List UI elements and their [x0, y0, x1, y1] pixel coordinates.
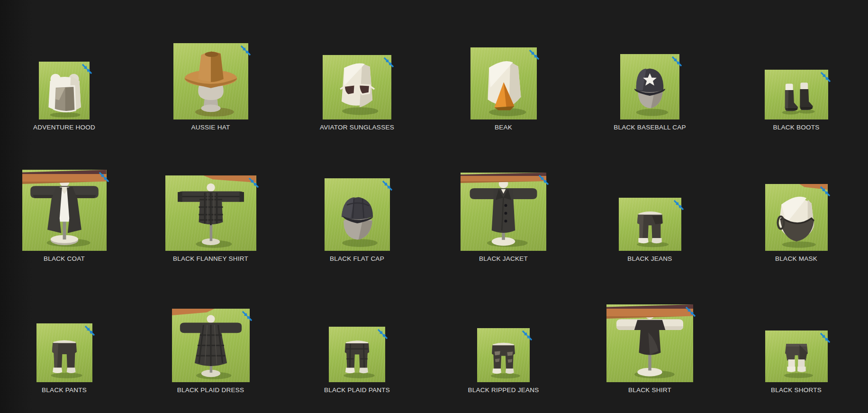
item-label: BLACK BASEBALL CAP [614, 119, 686, 134]
thumbnail[interactable] [765, 184, 828, 251]
thumbnail[interactable] [323, 55, 391, 119]
collapse-arrows-icon[interactable] [382, 56, 395, 69]
item-label: BLACK SHIRT [628, 382, 671, 397]
thumbnail[interactable] [620, 54, 679, 119]
gallery-item: BLACK BOOTS [723, 0, 868, 134]
item-label: BLACK JACKET [479, 251, 528, 266]
collapse-arrows-icon[interactable] [672, 199, 685, 211]
gallery-item: BLACK FLANNEY SHIRT [137, 134, 284, 266]
aussie-hat-art [173, 43, 248, 119]
thumbnail[interactable] [39, 62, 90, 119]
thumbnail[interactable] [477, 328, 530, 382]
black-jacket-art [461, 173, 546, 251]
item-label: BEAK [495, 119, 512, 134]
gallery-item: BLACK BASEBALL CAP [577, 0, 723, 134]
thumbnail[interactable] [765, 70, 828, 119]
collapse-arrows-icon[interactable] [819, 71, 832, 83]
collapse-arrows-icon[interactable] [247, 176, 260, 189]
thumbnail[interactable] [329, 327, 385, 382]
gallery-item: AUSSIE HAT [137, 0, 284, 134]
collapse-arrows-icon[interactable] [670, 55, 683, 68]
black-flat-cap-art [325, 178, 390, 251]
thumbnail[interactable] [606, 304, 693, 382]
gallery-item: BLACK PLAID PANTS [284, 266, 430, 397]
thumbnail[interactable] [172, 309, 250, 382]
collapse-arrows-icon[interactable] [819, 331, 832, 344]
item-label: ADVENTURE HOOD [33, 119, 95, 134]
black-flanney-shirt-art [165, 175, 256, 251]
item-label: BLACK COAT [44, 251, 85, 266]
collapse-arrows-icon[interactable] [537, 174, 550, 186]
collapse-arrows-icon[interactable] [381, 179, 394, 192]
thumbnail[interactable] [470, 47, 537, 119]
item-label: BLACK MASK [775, 251, 817, 266]
item-label: BLACK RIPPED JEANS [468, 382, 539, 397]
item-label: BLACK SHORTS [771, 382, 822, 397]
collapse-arrows-icon[interactable] [83, 324, 96, 337]
thumbnail[interactable] [36, 323, 92, 382]
collapse-arrows-icon[interactable] [241, 310, 253, 322]
collapse-arrows-icon[interactable] [81, 63, 93, 75]
gallery-item: BLACK JACKET [430, 134, 577, 266]
gallery-item: BLACK PANTS [0, 266, 137, 397]
item-label: BLACK PLAID PANTS [324, 382, 390, 397]
item-label: BLACK PANTS [42, 382, 87, 397]
collapse-arrows-icon[interactable] [528, 48, 541, 61]
collapse-arrows-icon[interactable] [521, 329, 533, 342]
item-label: BLACK PLAID DRESS [177, 382, 244, 397]
collapse-arrows-icon[interactable] [684, 305, 697, 318]
collapse-arrows-icon[interactable] [819, 185, 832, 198]
item-label: BLACK FLAT CAP [330, 251, 384, 266]
collapse-arrows-icon[interactable] [239, 44, 252, 57]
gallery-item: ADVENTURE HOOD [0, 0, 137, 134]
black-boots-art [765, 70, 828, 119]
beak-art [470, 47, 537, 119]
thumbnail[interactable] [165, 175, 256, 251]
gallery-item: BLACK COAT [0, 134, 137, 266]
collapse-arrows-icon[interactable] [98, 171, 110, 184]
gallery-item: BEAK [430, 0, 577, 134]
thumbnail[interactable] [619, 198, 681, 251]
gallery-item: BLACK RIPPED JEANS [430, 266, 577, 397]
thumbnail[interactable] [173, 43, 248, 119]
thumbnail[interactable] [765, 330, 828, 382]
gallery-item: BLACK SHORTS [723, 266, 868, 397]
item-label: BLACK BOOTS [773, 119, 819, 134]
aviator-sunglasses-art [323, 55, 391, 119]
gallery-item: BLACK PLAID DRESS [137, 266, 284, 397]
gallery-item: BLACK FLAT CAP [284, 134, 430, 266]
collapse-arrows-icon[interactable] [376, 328, 389, 340]
gallery-item: AVIATOR SUNGLASSES [284, 0, 430, 134]
thumbnail[interactable] [461, 173, 546, 251]
item-label: AVIATOR SUNGLASSES [320, 119, 394, 134]
item-label: BLACK FLANNEY SHIRT [173, 251, 248, 266]
thumbnail[interactable] [325, 178, 390, 251]
item-label: AUSSIE HAT [191, 119, 230, 134]
black-plaid-dress-art [172, 309, 250, 382]
gallery-item: BLACK JEANS [577, 134, 723, 266]
asset-gallery: ADVENTURE HOOD [0, 0, 868, 413]
gallery-item: BLACK SHIRT [577, 266, 723, 397]
thumbnail[interactable] [22, 170, 107, 251]
item-label: BLACK JEANS [627, 251, 672, 266]
gallery-item: BLACK MASK [723, 134, 868, 266]
